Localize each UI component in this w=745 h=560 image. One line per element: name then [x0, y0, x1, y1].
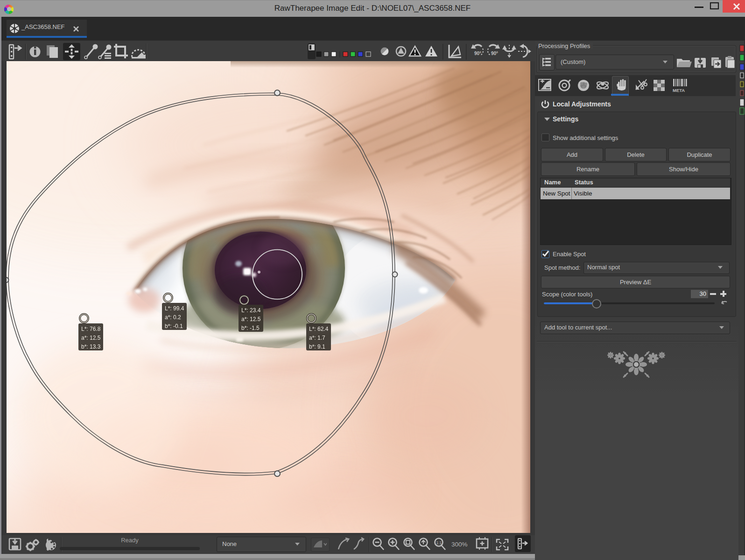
svg-text:90°: 90°	[474, 51, 481, 56]
svg-text:L*: 99.4: L*: 99.4	[165, 305, 184, 312]
svg-text:L*: 23.4: L*: 23.4	[241, 307, 261, 314]
svg-text:L*: 62.4: L*: 62.4	[309, 326, 329, 332]
svg-text:b*: -0.1: b*: -0.1	[165, 323, 183, 329]
svg-text:b*: -1.5: b*: -1.5	[241, 325, 260, 331]
svg-text:L*: 76.8: L*: 76.8	[81, 326, 101, 332]
svg-text:META: META	[673, 88, 685, 93]
svg-text:a*: 0.2: a*: 0.2	[165, 314, 181, 321]
svg-text:a*: 12.5: a*: 12.5	[81, 335, 101, 341]
svg-text:a*: 1.7: a*: 1.7	[309, 335, 325, 341]
svg-text:90°: 90°	[491, 51, 498, 56]
svg-text:a*: 12.5: a*: 12.5	[241, 316, 261, 322]
svg-text:b*: 13.3: b*: 13.3	[81, 343, 101, 350]
svg-text:300%: 300%	[451, 541, 468, 548]
svg-text:1:1: 1:1	[436, 540, 442, 545]
svg-text:b*: 9.1: b*: 9.1	[309, 343, 325, 350]
